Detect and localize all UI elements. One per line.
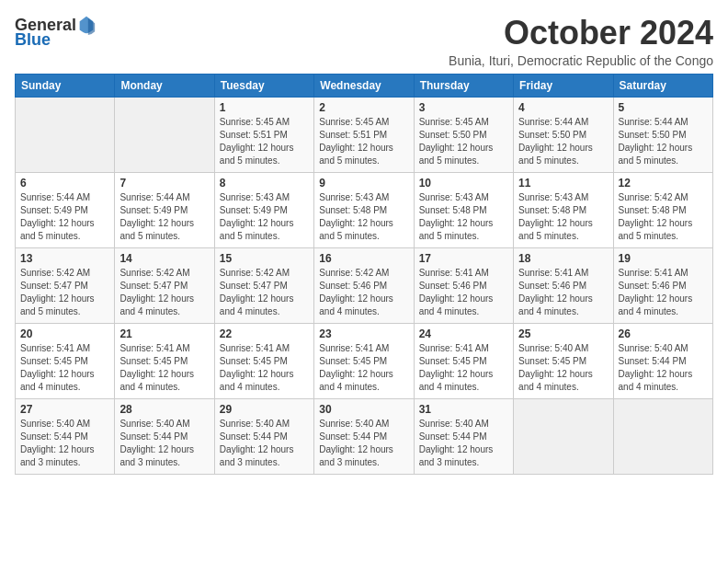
title-section: October 2024 Bunia, Ituri, Democratic Re… — [449, 15, 713, 68]
calendar-cell — [16, 97, 115, 172]
weekday-header-saturday: Saturday — [613, 74, 712, 97]
calendar-cell — [613, 398, 712, 474]
calendar-cell: 9Sunrise: 5:43 AMSunset: 5:48 PMDaylight… — [314, 172, 414, 247]
day-number: 15 — [220, 252, 309, 265]
weekday-header-monday: Monday — [115, 74, 214, 97]
day-number: 26 — [619, 327, 708, 340]
calendar-cell: 18Sunrise: 5:41 AMSunset: 5:46 PMDayligh… — [514, 247, 613, 323]
day-info: Sunrise: 5:42 AMSunset: 5:47 PMDaylight:… — [220, 267, 309, 318]
day-number: 23 — [319, 327, 408, 340]
calendar-cell: 25Sunrise: 5:40 AMSunset: 5:45 PMDayligh… — [514, 323, 613, 398]
logo-icon — [76, 15, 97, 35]
calendar-cell: 30Sunrise: 5:40 AMSunset: 5:44 PMDayligh… — [314, 398, 414, 474]
day-number: 25 — [518, 327, 608, 340]
calendar-cell: 29Sunrise: 5:40 AMSunset: 5:44 PMDayligh… — [214, 398, 313, 474]
day-info: Sunrise: 5:44 AMSunset: 5:49 PMDaylight:… — [20, 191, 109, 243]
calendar-cell: 23Sunrise: 5:41 AMSunset: 5:45 PMDayligh… — [314, 323, 414, 398]
day-info: Sunrise: 5:43 AMSunset: 5:48 PMDaylight:… — [419, 191, 508, 243]
day-info: Sunrise: 5:44 AMSunset: 5:49 PMDaylight:… — [119, 191, 209, 243]
location-title: Bunia, Ituri, Democratic Republic of the… — [449, 53, 713, 68]
day-info: Sunrise: 5:41 AMSunset: 5:45 PMDaylight:… — [20, 342, 109, 394]
day-number: 28 — [119, 403, 209, 416]
calendar-cell: 10Sunrise: 5:43 AMSunset: 5:48 PMDayligh… — [414, 172, 513, 247]
day-number: 31 — [419, 403, 508, 416]
weekday-header-wednesday: Wednesday — [314, 74, 414, 97]
calendar-cell: 6Sunrise: 5:44 AMSunset: 5:49 PMDaylight… — [16, 172, 115, 247]
day-info: Sunrise: 5:42 AMSunset: 5:46 PMDaylight:… — [319, 267, 408, 318]
day-number: 4 — [518, 101, 608, 114]
calendar-cell: 5Sunrise: 5:44 AMSunset: 5:50 PMDaylight… — [613, 97, 712, 172]
weekday-header-thursday: Thursday — [414, 74, 513, 97]
day-number: 3 — [419, 101, 508, 114]
day-number: 18 — [518, 252, 608, 265]
calendar-cell — [514, 398, 613, 474]
calendar-cell: 4Sunrise: 5:44 AMSunset: 5:50 PMDaylight… — [514, 97, 613, 172]
weekday-header-friday: Friday — [514, 74, 613, 97]
calendar-cell: 11Sunrise: 5:43 AMSunset: 5:48 PMDayligh… — [514, 172, 613, 247]
calendar-cell: 24Sunrise: 5:41 AMSunset: 5:45 PMDayligh… — [414, 323, 513, 398]
day-number: 6 — [20, 177, 109, 190]
day-number: 16 — [319, 252, 408, 265]
day-number: 2 — [319, 101, 408, 114]
day-number: 14 — [119, 252, 209, 265]
day-info: Sunrise: 5:40 AMSunset: 5:44 PMDaylight:… — [119, 418, 209, 469]
day-info: Sunrise: 5:41 AMSunset: 5:45 PMDaylight:… — [220, 342, 309, 394]
logo-blue: Blue — [15, 31, 51, 48]
day-info: Sunrise: 5:44 AMSunset: 5:50 PMDaylight:… — [619, 116, 708, 167]
day-info: Sunrise: 5:43 AMSunset: 5:48 PMDaylight:… — [319, 191, 408, 243]
day-info: Sunrise: 5:40 AMSunset: 5:44 PMDaylight:… — [319, 418, 408, 469]
calendar-cell: 2Sunrise: 5:45 AMSunset: 5:51 PMDaylight… — [314, 97, 414, 172]
calendar-week-row: 20Sunrise: 5:41 AMSunset: 5:45 PMDayligh… — [16, 323, 713, 398]
day-number: 7 — [119, 177, 209, 190]
calendar-cell: 7Sunrise: 5:44 AMSunset: 5:49 PMDaylight… — [115, 172, 214, 247]
day-info: Sunrise: 5:43 AMSunset: 5:49 PMDaylight:… — [220, 191, 309, 243]
day-info: Sunrise: 5:41 AMSunset: 5:46 PMDaylight:… — [619, 267, 708, 318]
day-info: Sunrise: 5:40 AMSunset: 5:45 PMDaylight:… — [518, 342, 608, 394]
day-number: 30 — [319, 403, 408, 416]
month-title: October 2024 — [449, 15, 713, 52]
day-number: 9 — [319, 177, 408, 190]
day-number: 21 — [119, 327, 209, 340]
calendar-cell: 1Sunrise: 5:45 AMSunset: 5:51 PMDaylight… — [214, 97, 313, 172]
calendar-cell: 13Sunrise: 5:42 AMSunset: 5:47 PMDayligh… — [16, 247, 115, 323]
day-info: Sunrise: 5:40 AMSunset: 5:44 PMDaylight:… — [220, 418, 309, 469]
day-number: 12 — [619, 177, 708, 190]
day-number: 17 — [419, 252, 508, 265]
calendar-cell: 12Sunrise: 5:42 AMSunset: 5:48 PMDayligh… — [613, 172, 712, 247]
day-number: 27 — [20, 403, 109, 416]
day-number: 20 — [20, 327, 109, 340]
day-number: 8 — [220, 177, 309, 190]
day-info: Sunrise: 5:40 AMSunset: 5:44 PMDaylight:… — [419, 418, 508, 469]
calendar-cell — [115, 97, 214, 172]
calendar-cell: 20Sunrise: 5:41 AMSunset: 5:45 PMDayligh… — [16, 323, 115, 398]
calendar-week-row: 1Sunrise: 5:45 AMSunset: 5:51 PMDaylight… — [16, 97, 713, 172]
calendar-week-row: 13Sunrise: 5:42 AMSunset: 5:47 PMDayligh… — [16, 247, 713, 323]
calendar-cell: 16Sunrise: 5:42 AMSunset: 5:46 PMDayligh… — [314, 247, 414, 323]
day-info: Sunrise: 5:40 AMSunset: 5:44 PMDaylight:… — [20, 418, 109, 469]
calendar-week-row: 6Sunrise: 5:44 AMSunset: 5:49 PMDaylight… — [16, 172, 713, 247]
calendar-cell: 8Sunrise: 5:43 AMSunset: 5:49 PMDaylight… — [214, 172, 313, 247]
day-number: 24 — [419, 327, 508, 340]
day-number: 19 — [619, 252, 708, 265]
calendar-cell: 22Sunrise: 5:41 AMSunset: 5:45 PMDayligh… — [214, 323, 313, 398]
day-number: 13 — [20, 252, 109, 265]
day-info: Sunrise: 5:41 AMSunset: 5:45 PMDaylight:… — [119, 342, 209, 394]
calendar-week-row: 27Sunrise: 5:40 AMSunset: 5:44 PMDayligh… — [16, 398, 713, 474]
day-info: Sunrise: 5:44 AMSunset: 5:50 PMDaylight:… — [518, 116, 608, 167]
calendar-table: SundayMondayTuesdayWednesdayThursdayFrid… — [15, 74, 713, 475]
day-info: Sunrise: 5:41 AMSunset: 5:45 PMDaylight:… — [419, 342, 508, 394]
day-number: 11 — [518, 177, 608, 190]
day-number: 10 — [419, 177, 508, 190]
day-info: Sunrise: 5:42 AMSunset: 5:48 PMDaylight:… — [619, 191, 708, 243]
day-number: 29 — [220, 403, 309, 416]
calendar-cell: 14Sunrise: 5:42 AMSunset: 5:47 PMDayligh… — [115, 247, 214, 323]
day-info: Sunrise: 5:42 AMSunset: 5:47 PMDaylight:… — [20, 267, 109, 318]
day-info: Sunrise: 5:43 AMSunset: 5:48 PMDaylight:… — [518, 191, 608, 243]
day-info: Sunrise: 5:41 AMSunset: 5:45 PMDaylight:… — [319, 342, 408, 394]
header: General Blue October 2024 Bunia, Ituri, … — [15, 15, 713, 68]
day-info: Sunrise: 5:41 AMSunset: 5:46 PMDaylight:… — [419, 267, 508, 318]
day-info: Sunrise: 5:45 AMSunset: 5:51 PMDaylight:… — [220, 116, 309, 167]
day-info: Sunrise: 5:45 AMSunset: 5:50 PMDaylight:… — [419, 116, 508, 167]
calendar-cell: 27Sunrise: 5:40 AMSunset: 5:44 PMDayligh… — [16, 398, 115, 474]
calendar-cell: 17Sunrise: 5:41 AMSunset: 5:46 PMDayligh… — [414, 247, 513, 323]
